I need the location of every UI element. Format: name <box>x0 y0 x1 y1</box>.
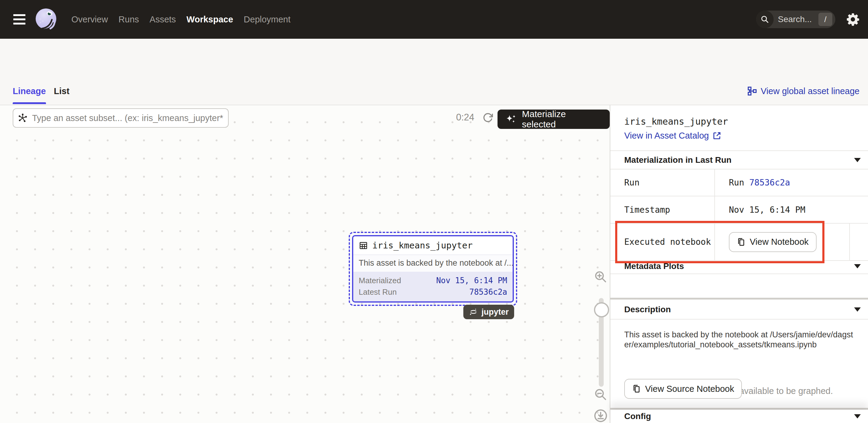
external-link-icon <box>713 131 721 140</box>
page-header: template_tutorial Asset Group in templat… <box>0 39 868 78</box>
tab-list[interactable]: List <box>54 78 69 104</box>
refresh-timer: 0:24 <box>456 112 474 123</box>
asset-node-title: iris_kmeans_jupyter <box>372 240 473 250</box>
chevron-down-icon[interactable] <box>854 264 861 268</box>
zoom-in-icon[interactable] <box>593 270 607 283</box>
materialized-label: Materialized <box>359 276 401 285</box>
top-navbar: Overview Runs Assets Workspace Deploymen… <box>0 0 868 39</box>
executed-notebook-label: Executed notebook <box>610 223 715 260</box>
asset-details-panel: iris_kmeans_jupyter View in Asset Catalo… <box>610 105 868 423</box>
search-placeholder: Search... <box>778 14 818 24</box>
view-global-asset-lineage-label: View global asset lineage <box>761 86 860 96</box>
section-title: Materialization in Last Run <box>624 155 732 165</box>
section-title: Config <box>624 412 651 421</box>
search-input[interactable]: Search... / <box>756 10 835 28</box>
run-value-prefix: Run <box>729 178 744 188</box>
description-text: This asset is backed by the notebook at … <box>624 330 854 350</box>
jupyter-icon <box>469 307 478 317</box>
menu-icon[interactable] <box>13 14 25 25</box>
table-row-timestamp: Timestamp Nov 15, 6:14 PM <box>610 197 868 223</box>
latest-run-value[interactable]: 78536c2a <box>469 288 507 297</box>
latest-run-label: Latest Run <box>359 288 397 297</box>
gear-icon[interactable] <box>846 12 860 27</box>
chevron-down-icon[interactable] <box>854 158 861 162</box>
materialize-selected-label: Materialize selected <box>522 109 602 129</box>
sparkle-icon <box>505 114 518 124</box>
section-materialization-in-last-run[interactable]: Materialization in Last Run <box>610 151 868 169</box>
nav-links: Overview Runs Assets Workspace Deploymen… <box>71 14 291 25</box>
executed-notebook-value: View Notebook <box>715 223 868 260</box>
materialized-value: Nov 15, 6:14 PM <box>436 276 507 285</box>
search-shortcut-badge: / <box>818 13 832 26</box>
nav-item-runs[interactable]: Runs <box>119 14 139 25</box>
section-title: Metadata Plots <box>624 262 684 271</box>
tab-bar: Lineage List View global asset lineage <box>0 78 868 105</box>
run-label: Run <box>610 170 715 196</box>
view-source-notebook-button[interactable]: View Source Notebook <box>624 379 742 399</box>
section-metadata-plots[interactable]: Metadata Plots <box>610 259 868 274</box>
tab-lineage[interactable]: Lineage <box>13 78 46 104</box>
materialization-table: Run Run 78536c2a Timestamp Nov 15, 6:14 … <box>610 169 868 261</box>
asset-subset-input[interactable] <box>13 108 229 128</box>
run-id-link[interactable]: 78536c2a <box>749 178 790 188</box>
asset-node-selection-outline: iris_kmeans_jupyter This asset is backed… <box>349 232 517 306</box>
download-graph-icon[interactable] <box>593 409 608 423</box>
jupyter-kind-tag[interactable]: jupyter <box>463 305 514 319</box>
table-row-run: Run Run 78536c2a <box>610 169 868 197</box>
view-source-notebook-label: View Source Notebook <box>645 384 734 394</box>
run-value: Run 78536c2a <box>715 170 868 196</box>
asset-node-header: iris_kmeans_jupyter <box>353 236 513 254</box>
lineage-icon <box>748 87 757 96</box>
jupyter-tag-label: jupyter <box>482 307 509 317</box>
asset-node-description: This asset is backed by the notebook at … <box>353 254 513 272</box>
nav-item-deployment[interactable]: Deployment <box>244 14 291 25</box>
notebook-icon <box>632 384 641 393</box>
divider <box>610 274 868 274</box>
nav-item-workspace[interactable]: Workspace <box>187 14 233 25</box>
asset-node-group: iris_kmeans_jupyter This asset is backed… <box>349 232 517 319</box>
dagster-app: Overview Runs Assets Workspace Deploymen… <box>0 0 868 423</box>
view-notebook-label: View Notebook <box>750 237 809 247</box>
materialize-selected-button[interactable]: Materialize selected <box>497 110 610 129</box>
refresh-icon[interactable] <box>482 112 494 123</box>
timestamp-value: Nov 15, 6:14 PM <box>715 197 868 223</box>
asset-node-stats: Materialized Nov 15, 6:14 PM Latest Run … <box>353 272 513 301</box>
view-in-asset-catalog-link[interactable]: View in Asset Catalog <box>624 131 721 141</box>
search-icon <box>756 10 774 28</box>
asset-node[interactable]: iris_kmeans_jupyter This asset is backed… <box>352 235 514 303</box>
zoom-out-icon[interactable] <box>593 387 607 401</box>
view-global-asset-lineage-link[interactable]: View global asset lineage <box>748 78 860 104</box>
nav-item-assets[interactable]: Assets <box>150 14 176 25</box>
config-bar: Config <box>610 410 868 423</box>
nav-item-overview[interactable]: Overview <box>71 14 108 25</box>
chevron-down-icon[interactable] <box>854 414 861 419</box>
dagster-logo-icon[interactable] <box>34 7 59 32</box>
cell-divider <box>849 223 850 260</box>
timestamp-label: Timestamp <box>610 197 715 223</box>
view-in-asset-catalog-label: View in Asset Catalog <box>624 131 709 141</box>
notebook-icon <box>737 238 746 247</box>
section-divider <box>610 298 868 300</box>
table-row-executed-notebook: Executed notebook View Notebook <box>610 223 868 261</box>
view-source-notebook-container: View Source Notebook <box>624 379 742 399</box>
nav-right: Search... / <box>756 10 860 28</box>
zoom-slider-handle[interactable] <box>594 302 609 318</box>
section-description[interactable]: Description <box>610 300 868 319</box>
divider <box>610 319 868 320</box>
asset-lineage-graph[interactable]: 0:24 Materialize selected iris_kmeans_ju… <box>0 105 610 423</box>
panel-asset-title: iris_kmeans_jupyter <box>624 116 728 127</box>
section-title: Description <box>624 305 671 314</box>
section-config[interactable]: Config <box>610 410 868 423</box>
table-icon <box>359 241 368 250</box>
chevron-down-icon[interactable] <box>854 307 861 312</box>
view-notebook-button[interactable]: View Notebook <box>729 232 816 252</box>
asset-subset-filter <box>13 108 229 128</box>
